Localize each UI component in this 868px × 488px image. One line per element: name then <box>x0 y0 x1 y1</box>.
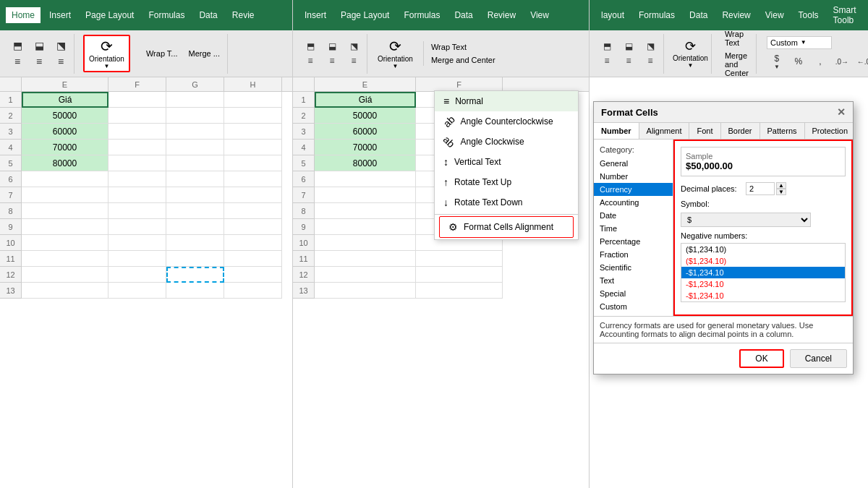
cell-e8[interactable] <box>22 203 109 219</box>
mid-cell-e2[interactable]: 50000 <box>315 108 416 124</box>
cell-g8[interactable] <box>166 203 224 219</box>
category-number[interactable]: Number <box>594 170 673 183</box>
dialog-tab-patterns[interactable]: Patterns <box>760 123 805 139</box>
neg-item-3[interactable]: -$1,234.10 <box>681 278 845 290</box>
dialog-tab-number[interactable]: Number <box>594 123 639 139</box>
decimal-input[interactable] <box>746 182 775 195</box>
cell-g7[interactable] <box>166 187 224 203</box>
mid-cell-e8[interactable] <box>315 203 416 219</box>
dialog-tab-protection[interactable]: Protection <box>805 123 856 139</box>
cell-h6[interactable] <box>224 171 282 187</box>
cell-e13[interactable] <box>22 283 109 299</box>
mid-cell-e10[interactable] <box>315 235 416 251</box>
cell-h11[interactable] <box>224 251 282 267</box>
align-bot-btn[interactable]: ⬔ <box>51 38 71 53</box>
mid-tab-formulas[interactable]: Formulas <box>398 7 446 23</box>
cell-h9[interactable] <box>224 219 282 235</box>
cell-h10[interactable] <box>224 235 282 251</box>
dialog-tab-alignment[interactable]: Alignment <box>639 123 690 139</box>
cell-f2[interactable] <box>109 108 166 124</box>
cell-g11[interactable] <box>166 251 224 267</box>
decimal-down-btn[interactable]: ▼ <box>776 189 786 195</box>
category-custom[interactable]: Custom <box>594 300 673 313</box>
right-align-right-btn[interactable]: ≡ <box>640 54 660 67</box>
orient-rotate-up-item[interactable]: ↑ Rotate Text Up <box>435 172 578 192</box>
neg-item-0[interactable]: ($1,234.10) <box>681 244 845 255</box>
right-align-left-btn[interactable]: ≡ <box>597 54 617 67</box>
cell-g2[interactable] <box>166 108 224 124</box>
mid-cell-f12[interactable] <box>416 267 503 283</box>
cell-f11[interactable] <box>109 251 166 267</box>
align-mid-btn[interactable]: ⬓ <box>29 38 49 53</box>
mid-align-center-btn[interactable]: ≡ <box>322 54 342 67</box>
mid-tab-data[interactable]: Data <box>448 7 478 23</box>
increase-decimal-btn[interactable]: ←.0 <box>854 52 868 72</box>
cell-e12[interactable] <box>22 267 109 283</box>
cell-f5[interactable] <box>109 155 166 171</box>
symbol-select[interactable]: $ <box>681 213 811 227</box>
category-accounting[interactable]: Accounting <box>594 196 673 209</box>
percent-btn[interactable]: % <box>788 52 809 72</box>
cell-e7[interactable] <box>22 187 109 203</box>
cell-g1[interactable] <box>166 92 224 108</box>
right-tab-data[interactable]: Data <box>684 7 713 23</box>
cell-f9[interactable] <box>109 219 166 235</box>
mid-cell-e3[interactable]: 60000 <box>315 124 416 140</box>
mid-cell-e9[interactable] <box>315 219 416 235</box>
align-top-btn[interactable]: ⬒ <box>7 38 27 53</box>
category-date[interactable]: Date <box>594 209 673 222</box>
cell-f8[interactable] <box>109 203 166 219</box>
cell-g12[interactable] <box>166 267 224 283</box>
neg-item-4[interactable]: -$1,234.10 <box>681 290 845 301</box>
number-format-dropdown[interactable]: Custom ▼ <box>767 36 832 49</box>
mid-cell-e1[interactable]: Giá <box>315 92 416 108</box>
mid-cell-e11[interactable] <box>315 251 416 267</box>
cell-e6[interactable] <box>22 171 109 187</box>
cell-e5[interactable]: 80000 <box>22 155 109 171</box>
cell-f3[interactable] <box>109 124 166 140</box>
dollar-btn[interactable]: $▼ <box>767 52 787 72</box>
cell-h3[interactable] <box>224 124 282 140</box>
cancel-button[interactable]: Cancel <box>790 349 847 368</box>
mid-cell-f13[interactable] <box>416 283 503 299</box>
orient-clockwise-item[interactable]: ab Angle Clockwise <box>435 132 578 152</box>
right-align-bot-btn[interactable]: ⬔ <box>640 40 660 53</box>
dialog-close-button[interactable]: ✕ <box>837 106 846 118</box>
right-tab-tools[interactable]: Tools <box>793 7 825 23</box>
left-tab-formulas[interactable]: Formulas <box>142 7 190 23</box>
decrease-decimal-btn[interactable]: .0→ <box>832 52 852 72</box>
cell-e2[interactable]: 50000 <box>22 108 109 124</box>
category-text[interactable]: Text <box>594 274 673 287</box>
align-center-btn[interactable]: ≡ <box>29 54 49 69</box>
mid-orientation-button[interactable]: ⟳ Orientation ▼ <box>373 36 417 71</box>
dialog-tab-border[interactable]: Border <box>721 123 760 139</box>
mid-tab-pagelayout[interactable]: Page Layout <box>335 7 395 23</box>
wrap-text-button[interactable]: Wrap T... <box>142 48 182 59</box>
mid-cell-e6[interactable] <box>315 171 416 187</box>
cell-f7[interactable] <box>109 187 166 203</box>
mid-tab-view[interactable]: View <box>524 7 555 23</box>
category-scientific[interactable]: Scientific <box>594 261 673 274</box>
mid-cell-e13[interactable] <box>315 283 416 299</box>
neg-item-2[interactable]: -$1,234.10 <box>681 267 845 278</box>
left-tab-home[interactable]: Home <box>6 7 41 23</box>
cell-g9[interactable] <box>166 219 224 235</box>
cell-f4[interactable] <box>109 140 166 155</box>
decimal-up-btn[interactable]: ▲ <box>776 182 786 189</box>
category-currency[interactable]: Currency <box>594 183 673 196</box>
cell-h7[interactable] <box>224 187 282 203</box>
cell-h4[interactable] <box>224 140 282 155</box>
cell-h5[interactable] <box>224 155 282 171</box>
cell-f6[interactable] <box>109 171 166 187</box>
cell-f1[interactable] <box>109 92 166 108</box>
mid-align-mid-btn[interactable]: ⬓ <box>322 40 342 53</box>
neg-item-1[interactable]: ($1,234.10) <box>681 255 845 267</box>
mid-tab-insert[interactable]: Insert <box>299 7 332 23</box>
mid-align-right-btn[interactable]: ≡ <box>344 54 364 67</box>
cell-h2[interactable] <box>224 108 282 124</box>
mid-align-left-btn[interactable]: ≡ <box>300 54 320 67</box>
mid-cell-e4[interactable]: 70000 <box>315 140 416 155</box>
align-left-btn[interactable]: ≡ <box>7 54 27 69</box>
orientation-button[interactable]: ⟳ Orientation ▼ <box>83 35 130 72</box>
mid-align-bot-btn[interactable]: ⬔ <box>344 40 364 53</box>
